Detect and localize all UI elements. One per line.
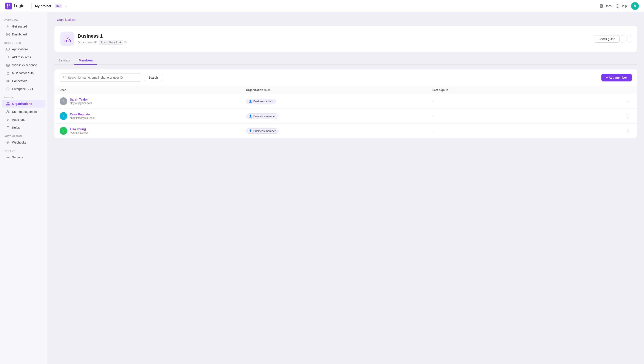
col-header-user: User [60,88,246,92]
user-email: lyoung@aol.com [70,131,89,134]
role-cell-lisa: 👤 Business member [246,128,433,134]
row-more-button-zaire[interactable]: ⋮ [624,113,632,119]
row-more-button-sarah[interactable]: ⋮ [624,98,632,104]
roles-icon [6,126,10,130]
avatar-lisa: L [60,127,67,135]
tab-members[interactable]: Members [74,56,97,65]
help-icon: ? [616,4,619,8]
role-badge: 👤 Business member [246,128,278,134]
user-name[interactable]: Zaire Baptista [70,112,95,116]
dev-badge: Dev [55,4,62,8]
role-badge: 👤 Business admin [246,99,276,104]
col-header-roles: Organization roles [246,88,433,92]
sidebar-item-webhooks[interactable]: Webhooks [2,138,45,146]
copy-icon[interactable]: ⧉ [125,40,127,44]
svg-point-18 [7,80,8,82]
avatar[interactable]: N [631,2,639,10]
table-header: User Organization roles Last sign-in [55,86,637,94]
svg-rect-11 [7,34,8,36]
app-container: Logto My project Dev ⌄ Docs ? Help N OVE… [0,0,644,364]
last-signin-sarah: - [432,100,619,103]
project-selector[interactable]: My project Dev ⌄ [35,4,68,8]
svg-rect-1 [9,4,10,6]
project-name: My project [35,4,51,8]
check-guide-button[interactable]: Check guide [594,35,620,42]
logo-text: Logto [14,4,25,8]
tab-settings[interactable]: Settings [54,56,74,65]
sidebar-item-organizations[interactable]: Organizations [2,100,45,108]
org-name: Business 1 [78,33,590,39]
org-id-value: fcsho5mucld9 [99,40,123,45]
webhooks-icon [6,140,10,144]
svg-rect-24 [9,104,10,105]
svg-line-46 [65,78,66,79]
role-icon: 👤 [249,114,252,118]
svg-rect-22 [7,102,9,103]
sidebar-item-enterprise-sso[interactable]: Enterprise SSO [2,85,45,93]
sidebar-item-user-management[interactable]: User management [2,108,45,116]
sidebar-item-mfa[interactable]: Multi-factor auth [2,69,45,77]
role-cell-sarah: 👤 Business admin [246,99,433,104]
sidebar-section-users: USERS [0,94,47,100]
last-signin-zaire: - [432,114,619,118]
members-card: Search + Add member User Organization ro… [54,69,637,138]
sidebar-section-automation: AUTOMATION [0,133,47,138]
user-email: staylor@gmail.com [70,102,92,105]
user-name[interactable]: Lisa Young [70,128,89,131]
svg-rect-40 [68,40,71,42]
breadcrumb[interactable]: ‹ Organizations [54,18,637,22]
sidebar-item-connectors[interactable]: Connectors [2,77,45,85]
row-more-button-lisa[interactable]: ⋮ [624,128,632,134]
table-row: L Lisa Young lyoung@aol.com 👤 Business m… [55,124,637,138]
svg-point-19 [9,80,10,82]
sidebar-item-dashboard[interactable]: Dashboard [2,30,45,38]
svg-rect-23 [7,104,8,105]
logo-icon [5,2,12,10]
gear-icon [6,155,10,159]
svg-rect-17 [7,73,9,74]
role-icon: 👤 [249,100,252,103]
sidebar-item-applications[interactable]: Applications [2,45,45,53]
search-button[interactable]: Search [144,74,162,81]
audit-logs-icon [6,118,10,122]
search-box[interactable] [60,74,141,82]
members-table: User Organization roles Last sign-in S S… [55,86,637,138]
row-actions-lisa: ⋮ [619,128,632,134]
svg-rect-39 [64,40,67,42]
svg-line-36 [7,143,8,144]
sidebar-item-settings[interactable]: Settings [2,154,45,161]
svg-point-29 [7,111,8,112]
logo-area: Logto [5,2,25,10]
sidebar-item-api-resources[interactable]: API resources [2,53,45,61]
applications-icon [6,47,10,51]
sidebar-item-roles[interactable]: Roles [2,124,45,132]
sidebar-section-resources: RESOURCES [0,40,47,45]
role-badge: 👤 Business member [246,114,278,119]
role-icon: 👤 [249,129,252,132]
org-header: Business 1 Organization ID fcsho5mucld9 … [61,32,631,46]
more-actions-button[interactable]: ⋮ [622,35,631,43]
user-name[interactable]: Sarah Taylor [70,98,92,101]
org-info: Business 1 Organization ID fcsho5mucld9 … [78,33,590,45]
main-content: ‹ Organizations Business 1 Organization … [47,12,644,364]
org-header-card: Business 1 Organization ID fcsho5mucld9 … [54,26,637,52]
sso-icon [6,87,10,91]
topbar: Logto My project Dev ⌄ Docs ? Help N [0,0,644,12]
sidebar-item-get-started[interactable]: Get started [2,22,45,30]
back-arrow-icon: ‹ [54,18,55,22]
search-input[interactable] [68,76,138,79]
search-icon [63,76,66,80]
org-id-label: Organization ID [78,41,97,44]
docs-link[interactable]: Docs [600,4,611,8]
svg-rect-15 [7,64,10,66]
help-link[interactable]: ? Help [616,4,627,8]
user-cell-zaire: Z Zaire Baptista zbaptista@gmail.com [60,112,246,120]
add-member-button[interactable]: + Add member [601,74,632,82]
table-row: Z Zaire Baptista zbaptista@gmail.com 👤 B… [55,109,637,124]
organizations-icon [6,102,10,106]
org-icon [61,32,74,46]
sidebar-section-overview: OVERVIEW [0,17,47,22]
sidebar-item-sign-in-experience[interactable]: Sign-in experience [2,61,45,69]
dashboard-icon [6,32,10,36]
sidebar-item-audit-logs[interactable]: Audit logs [2,116,45,124]
